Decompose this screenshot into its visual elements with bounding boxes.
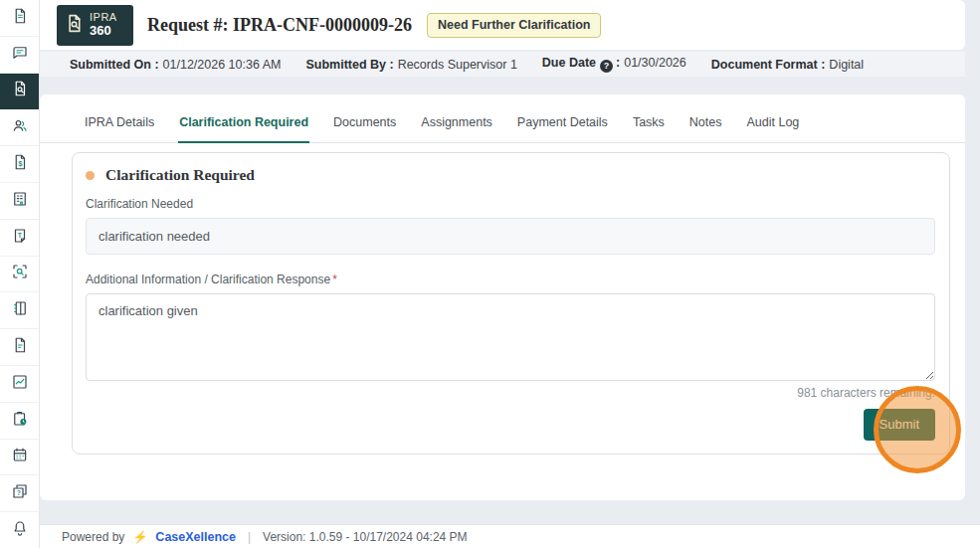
sidebar-item-users[interactable] bbox=[0, 109, 39, 146]
due-date-help-icon[interactable]: ? bbox=[600, 60, 613, 73]
tab-payment-details[interactable]: Payment Details bbox=[516, 115, 609, 143]
submitted-by: Submitted By :Records Supervisor 1 bbox=[305, 58, 516, 72]
help-icon: ? bbox=[11, 482, 29, 504]
tab-assignments[interactable]: Assignments bbox=[420, 115, 493, 143]
clipboard-clock-icon bbox=[11, 410, 29, 432]
due-date: Due Date?:01/30/2026 bbox=[542, 56, 686, 73]
tab-ipra-details[interactable]: IPRA Details bbox=[84, 115, 155, 143]
invoice-icon: $ bbox=[11, 153, 29, 175]
chat-icon bbox=[11, 44, 29, 66]
document-format-value: Digital bbox=[829, 58, 864, 72]
required-asterisk: * bbox=[332, 273, 337, 286]
tab-documents[interactable]: Documents bbox=[332, 115, 397, 143]
brand-name: CaseXellence bbox=[155, 530, 236, 544]
sidebar-item-pending-tasks[interactable] bbox=[0, 403, 39, 440]
calendar-icon bbox=[11, 446, 29, 467]
svg-text:T: T bbox=[17, 232, 22, 239]
submit-row: Submit bbox=[86, 409, 935, 441]
status-badge: Need Further Clarification bbox=[427, 13, 602, 38]
section-title: Clarification Required bbox=[105, 166, 255, 184]
powered-by-label: Powered by bbox=[62, 530, 124, 544]
submitted-on-value: 01/12/2026 10:36 AM bbox=[163, 58, 282, 72]
version-text: Version: 1.0.59 - 10/17/2024 04:24 PM bbox=[263, 530, 467, 544]
sidebar-item-documents[interactable] bbox=[0, 329, 39, 366]
file-report-icon bbox=[11, 7, 29, 29]
file-search-logo-icon bbox=[64, 13, 85, 38]
bell-icon bbox=[11, 519, 29, 541]
request-summary-bar: Submitted On :01/12/2026 10:36 AM Submit… bbox=[40, 52, 965, 77]
sidebar-item-invoices[interactable]: $ bbox=[0, 146, 39, 183]
file-text-icon: T bbox=[11, 227, 29, 249]
due-date-value: 01/30/2026 bbox=[624, 56, 686, 70]
submitted-on: Submitted On :01/12/2026 10:36 AM bbox=[70, 58, 281, 72]
request-detail-panel: IPRA Details Clarification Required Docu… bbox=[40, 94, 965, 500]
section-header: Clarification Required bbox=[86, 166, 935, 184]
clarification-response-textarea[interactable]: clarification given bbox=[86, 293, 935, 381]
sidebar-item-notifications[interactable] bbox=[0, 512, 39, 548]
scan-search-icon bbox=[11, 263, 29, 284]
response-label-text: Additional Information / Clarification R… bbox=[86, 273, 330, 286]
chart-icon bbox=[11, 373, 29, 395]
tab-tasks[interactable]: Tasks bbox=[632, 115, 666, 143]
logo-line-2: 360 bbox=[90, 24, 117, 38]
app-logo-text: IPRA 360 bbox=[90, 12, 117, 37]
submit-button[interactable]: Submit bbox=[864, 409, 935, 441]
request-header: IPRA 360 Request #: IPRA-CNF-0000009-26 … bbox=[40, 0, 965, 50]
sidebar-item-calendar[interactable] bbox=[0, 440, 39, 476]
due-date-colon: : bbox=[616, 56, 620, 70]
document-icon bbox=[11, 336, 29, 358]
footer-divider: | bbox=[248, 530, 251, 544]
sidebar-item-analytics[interactable] bbox=[0, 366, 39, 403]
footer: Powered by ⚡ CaseXellence | Version: 1.0… bbox=[40, 524, 980, 548]
app-logo[interactable]: IPRA 360 bbox=[57, 5, 133, 46]
document-format: Document Format :Digital bbox=[711, 58, 864, 72]
tab-audit-log[interactable]: Audit Log bbox=[745, 115, 800, 143]
sidebar-item-help[interactable]: ? bbox=[0, 475, 39, 512]
sidebar-item-templates[interactable]: T bbox=[0, 220, 39, 257]
svg-text:?: ? bbox=[16, 489, 20, 496]
due-date-label: Due Date bbox=[542, 56, 596, 70]
section-bullet-icon bbox=[86, 171, 95, 180]
svg-text:$: $ bbox=[18, 159, 23, 168]
sidebar-item-reports[interactable] bbox=[0, 0, 39, 37]
clarification-needed-input[interactable] bbox=[86, 218, 935, 255]
clarification-response-label: Additional Information / Clarification R… bbox=[86, 273, 935, 286]
ledger-icon bbox=[11, 299, 29, 321]
tab-notes[interactable]: Notes bbox=[688, 115, 723, 143]
sidebar-item-ledger[interactable] bbox=[0, 292, 39, 329]
clarification-card: Clarification Required Clarification Nee… bbox=[72, 152, 950, 455]
clarification-needed-label: Clarification Needed bbox=[86, 197, 935, 211]
building-icon bbox=[11, 190, 29, 212]
users-icon bbox=[11, 116, 29, 138]
sidebar-item-organization[interactable] bbox=[0, 183, 39, 220]
sidebar: $ T ? bbox=[0, 0, 40, 548]
characters-remaining: 981 characters remaining. bbox=[86, 386, 935, 400]
submitted-on-label: Submitted On : bbox=[70, 58, 159, 72]
file-search-icon bbox=[11, 80, 29, 101]
tab-clarification-required[interactable]: Clarification Required bbox=[178, 115, 309, 143]
sidebar-item-messages[interactable] bbox=[0, 37, 39, 74]
sidebar-item-search[interactable] bbox=[0, 257, 39, 293]
submitted-by-label: Submitted By : bbox=[305, 58, 393, 72]
tab-bar: IPRA Details Clarification Required Docu… bbox=[40, 94, 965, 143]
page-title: Request #: IPRA-CNF-0000009-26 bbox=[147, 15, 412, 36]
request-title-prefix: Request #: bbox=[147, 15, 229, 35]
sidebar-item-requests[interactable] bbox=[0, 74, 39, 110]
brand-bolt-icon: ⚡ bbox=[132, 530, 147, 544]
submitted-by-value: Records Supervisor 1 bbox=[398, 58, 517, 72]
request-number: IPRA-CNF-0000009-26 bbox=[233, 15, 412, 35]
document-format-label: Document Format : bbox=[711, 58, 826, 72]
